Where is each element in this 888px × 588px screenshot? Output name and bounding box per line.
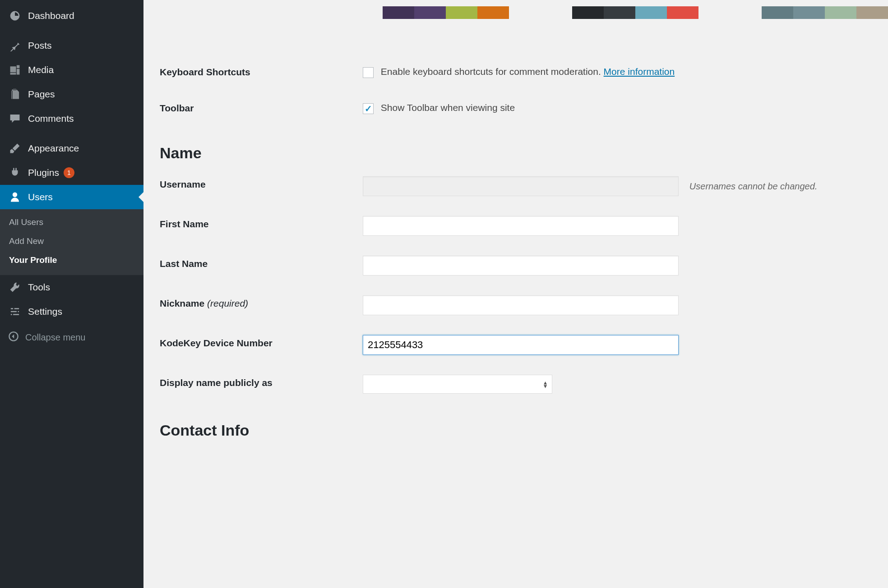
sidebar-item-appearance[interactable]: Appearance xyxy=(0,136,143,161)
sliders-icon xyxy=(8,305,22,318)
scheme-swatches xyxy=(572,6,698,19)
pages-icon xyxy=(8,87,22,101)
nickname-input[interactable] xyxy=(363,295,679,315)
sidebar-item-label: Plugins xyxy=(28,167,59,178)
contact-section-title: Contact Info xyxy=(160,422,872,439)
users-submenu: All Users Add New Your Profile xyxy=(0,209,143,275)
admin-sidebar: Dashboard Posts Media Pages Comments xyxy=(0,0,143,588)
nickname-label: Nickname (required) xyxy=(160,285,358,325)
toolbar-checkbox[interactable] xyxy=(363,103,374,114)
sidebar-item-media[interactable]: Media xyxy=(0,58,143,82)
kodekey-input[interactable] xyxy=(363,335,679,355)
sidebar-item-label: Dashboard xyxy=(28,10,74,21)
comment-icon xyxy=(8,112,22,125)
scheme-midnight[interactable]: Midnight xyxy=(572,0,698,19)
username-input xyxy=(363,176,679,196)
sidebar-item-dashboard[interactable]: Dashboard xyxy=(0,4,143,28)
plug-icon xyxy=(8,166,22,179)
sidebar-item-comments[interactable]: Comments xyxy=(0,106,143,131)
user-icon xyxy=(8,190,22,204)
media-icon xyxy=(8,63,22,77)
sidebar-item-label: Tools xyxy=(28,282,50,293)
collapse-label: Collapse menu xyxy=(25,332,85,343)
keyboard-shortcuts-text: Enable keyboard shortcuts for comment mo… xyxy=(381,66,601,77)
sidebar-item-users[interactable]: Users xyxy=(0,185,143,209)
nickname-required-note: (required) xyxy=(207,298,248,308)
dashboard-icon xyxy=(8,9,22,23)
scheme-ocean[interactable]: Ocean xyxy=(762,0,888,19)
sidebar-item-settings[interactable]: Settings xyxy=(0,299,143,324)
scheme-ectoplasm[interactable]: Ectoplasm xyxy=(383,0,509,19)
sidebar-item-label: Settings xyxy=(28,306,62,317)
last-name-label: Last Name xyxy=(160,246,358,285)
sidebar-item-label: Appearance xyxy=(28,143,79,154)
brush-icon xyxy=(8,142,22,155)
sidebar-item-tools[interactable]: Tools xyxy=(0,275,143,299)
sidebar-item-label: Posts xyxy=(28,40,52,51)
more-information-link[interactable]: More information xyxy=(604,66,675,77)
pin-icon xyxy=(8,39,22,52)
first-name-input[interactable] xyxy=(363,216,679,236)
toolbar-text: Show Toolbar when viewing site xyxy=(381,102,515,113)
username-label: Username xyxy=(160,166,358,206)
plugins-update-badge: 1 xyxy=(64,167,74,178)
scheme-swatches xyxy=(383,6,509,19)
sidebar-item-posts[interactable]: Posts xyxy=(0,33,143,58)
first-name-label: First Name xyxy=(160,206,358,246)
kodekey-label: KodeKey Device Number xyxy=(160,325,358,365)
display-name-label: Display name publicly as xyxy=(160,365,358,404)
submenu-item-all-users[interactable]: All Users xyxy=(0,213,143,232)
sidebar-item-plugins[interactable]: Plugins 1 xyxy=(0,161,143,185)
sidebar-item-label: Media xyxy=(28,64,54,75)
wrench-icon xyxy=(8,280,22,294)
submenu-item-your-profile[interactable]: Your Profile xyxy=(0,251,143,270)
keyboard-shortcuts-label: Keyboard Shortcuts xyxy=(160,54,358,90)
profile-content: Ectoplasm Midnight Ocean xyxy=(143,0,888,588)
name-section-title: Name xyxy=(160,144,872,162)
username-note: Usernames cannot be changed. xyxy=(689,181,818,191)
collapse-icon xyxy=(8,331,19,344)
keyboard-shortcuts-checkbox[interactable] xyxy=(363,67,374,78)
scheme-swatches xyxy=(762,6,888,19)
sidebar-item-pages[interactable]: Pages xyxy=(0,82,143,106)
collapse-menu-button[interactable]: Collapse menu xyxy=(0,324,143,351)
toolbar-label: Toolbar xyxy=(160,90,358,126)
sidebar-item-label: Comments xyxy=(28,113,74,124)
submenu-item-add-new[interactable]: Add New xyxy=(0,232,143,251)
sidebar-item-label: Pages xyxy=(28,89,55,100)
display-name-select[interactable] xyxy=(363,375,552,394)
color-scheme-row: Ectoplasm Midnight Ocean xyxy=(383,0,888,19)
last-name-input[interactable] xyxy=(363,256,679,276)
sidebar-item-label: Users xyxy=(28,192,53,202)
